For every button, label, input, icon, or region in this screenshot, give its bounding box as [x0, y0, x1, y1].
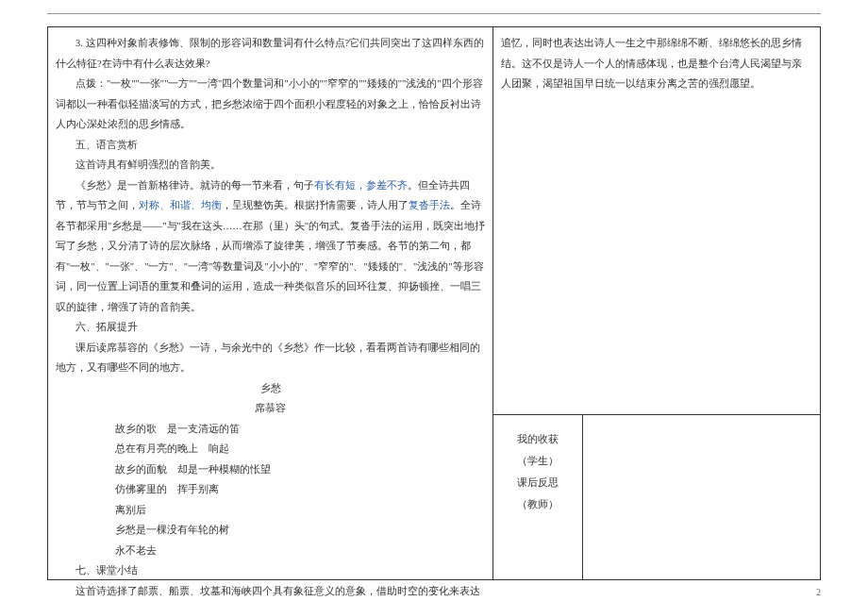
poem-title: 乡愁 [56, 378, 485, 399]
tip-para: 点拨："一枚""一张""一方""一湾"四个数量词和"小小的""窄窄的""矮矮的"… [56, 74, 485, 135]
p5b: 《乡愁》是一首新格律诗。就诗的每一节来看，句子有长有短，参差不齐。但全诗共四节，… [56, 175, 485, 318]
top-rule [47, 13, 821, 14]
poem-line-2: 总在有月亮的晚上 响起 [56, 439, 485, 459]
right-top-text: 追忆，同时也表达出诗人一生之中那绵绵不断、绵绵悠长的思乡情结。这不仅是诗人一个人… [501, 33, 812, 94]
page-number: 2 [816, 587, 821, 597]
label-my-harvest: 我的收获 [499, 428, 576, 450]
right-column: 追忆，同时也表达出诗人一生之中那绵绵不断、绵绵悠长的思乡情结。这不仅是诗人一个人… [493, 26, 821, 580]
p5b-blue1: 有长有短，参差不齐 [314, 180, 408, 191]
heading-5: 五、语言赏析 [56, 135, 485, 156]
poem-author: 席慕容 [56, 398, 485, 419]
right-bottom-box: 我的收获 （学生） 课后反思 （教师） [493, 415, 821, 580]
p7: 这首诗选择了邮票、船票、坟墓和海峡四个具有象征意义的意象，借助时空的变化来表达对… [56, 581, 485, 601]
p5b-blue2: 对称、和谐、均衡 [139, 200, 222, 210]
poem-line-7: 永不老去 [56, 541, 485, 561]
poem-line-4: 仿佛雾里的 挥手别离 [56, 479, 485, 500]
p5b-blue3: 复沓手法 [409, 200, 450, 210]
left-column: 3. 这四种对象前表修饰、限制的形容词和数量词有什么特点?它们共同突出了这四样东… [47, 26, 493, 580]
p5b-mid2: ，呈现整饬美。根据抒情需要，诗人用了 [222, 200, 409, 210]
right-top-box: 追忆，同时也表达出诗人一生之中那绵绵不断、绵绵悠长的思乡情结。这不仅是诗人一个人… [493, 26, 821, 415]
question-3: 3. 这四种对象前表修饰、限制的形容词和数量词有什么特点?它们共同突出了这四样东… [56, 33, 485, 74]
p5b-post: 。全诗各节都采用"乡愁是——"与"我在这头……在那（里）头"的句式。复沓手法的运… [56, 200, 485, 312]
heading-7: 七、课堂小结 [56, 560, 485, 581]
poem-line-3: 故乡的面貌 却是一种模糊的怅望 [56, 459, 485, 480]
poem-line-1: 故乡的歌 是一支清远的笛 [56, 419, 485, 440]
right-bottom-labels: 我的收获 （学生） 课后反思 （教师） [493, 415, 583, 579]
p5a: 这首诗具有鲜明强烈的音韵美。 [56, 155, 485, 175]
heading-6: 六、拓展提升 [56, 317, 485, 338]
p5b-pre: 《乡愁》是一首新格律诗。就诗的每一节来看，句子 [75, 180, 314, 191]
label-student: （学生） [499, 450, 576, 472]
label-teacher: （教师） [499, 493, 576, 515]
poem-line-6: 乡愁是一棵没有年轮的树 [56, 520, 485, 541]
label-reflection: 课后反思 [499, 472, 576, 493]
content-wrapper: 3. 这四种对象前表修饰、限制的形容词和数量词有什么特点?它们共同突出了这四样东… [47, 26, 821, 580]
right-bottom-blank [583, 415, 820, 579]
poem-line-5: 离别后 [56, 500, 485, 521]
p6: 课后读席慕容的《乡愁》一诗，与余光中的《乡愁》作一比较，看看两首诗有哪些相同的地… [56, 338, 485, 378]
